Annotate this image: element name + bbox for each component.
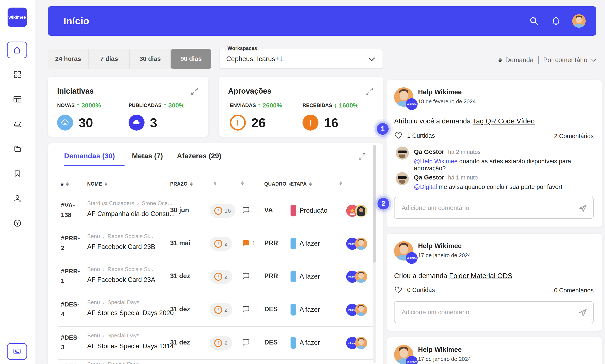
wikimee-badge-icon: wikimee <box>406 98 418 110</box>
stage-label: A fazer <box>300 273 320 280</box>
col-alerts[interactable] <box>214 181 216 185</box>
filter-24-horas[interactable]: 24 horas <box>48 49 89 69</box>
sort-divider <box>538 56 539 64</box>
alert-count-badge: !16 <box>210 204 235 218</box>
comment-bubble-icon[interactable] <box>241 305 250 314</box>
comment-input-wrap <box>394 197 594 219</box>
notifications-button[interactable] <box>550 15 561 26</box>
iniciativas-card: Iniciativas NOVAS↑3000% 30 PUBLICADAS↑30… <box>48 77 208 137</box>
demand-link[interactable]: Tag QR Code Vídeo <box>473 117 535 125</box>
heart-icon[interactable] <box>394 286 403 294</box>
expand-button[interactable] <box>358 152 366 161</box>
sidebar-item-files[interactable] <box>0 143 35 155</box>
sidebar-item-bookmarks[interactable] <box>0 167 35 180</box>
comment-bubble-icon[interactable] <box>241 206 250 215</box>
mention-link[interactable]: @Digital <box>414 183 437 190</box>
comment-time: há 2 minutos <box>448 149 481 155</box>
table-row[interactable]: #PRR-1 BenuRedes Sociais Si... AF Facebo… <box>48 260 383 293</box>
likes-count: 1 Curtidas <box>407 132 435 139</box>
tab-demandas[interactable]: Demandas (30) <box>64 152 115 160</box>
table-row-partial[interactable]: #DES- BenuSpecial Days <box>48 360 383 364</box>
time-range-filter: 24 horas 7 dias 30 dias 90 dias <box>48 49 211 69</box>
expand-button[interactable] <box>365 87 374 97</box>
assignee-avatars[interactable]: wikimee <box>346 238 367 250</box>
assignee-avatars[interactable]: wikimee <box>346 304 367 316</box>
activity-text: Criou a demanda Folder Material ODS <box>394 272 512 280</box>
assignee-avatars[interactable]: ★ <box>346 205 367 217</box>
card-icon <box>12 347 22 356</box>
sidebar-item-users[interactable] <box>0 192 35 205</box>
stage-label: A fazer <box>300 306 320 313</box>
comment-time: há 1 minuto <box>448 174 478 181</box>
comment-bubble-icon[interactable] <box>241 338 250 347</box>
activity-date: 18 de fevereiro de 2024 <box>418 98 476 105</box>
actor-name: Help Wikimee <box>418 88 462 96</box>
demand-name[interactable]: AF Facebook Card 23B <box>87 243 155 251</box>
metric-label: NOVAS <box>57 103 75 108</box>
layers-icon <box>12 119 23 129</box>
assignee-avatars[interactable]: wikimee <box>346 271 367 283</box>
user-avatar[interactable] <box>572 14 586 28</box>
tab-afazeres[interactable]: Afazeres (29) <box>177 152 221 160</box>
demand-link[interactable]: Folder Material ODS <box>449 272 512 280</box>
comments-count[interactable]: 0 Comentários <box>554 287 594 294</box>
comment-bubble-icon[interactable]: 1 <box>241 239 255 248</box>
filter-7-dias[interactable]: 7 dias <box>89 49 130 69</box>
demand-name[interactable]: AF Facebook Card 23A <box>87 276 155 284</box>
table-row[interactable]: #DES-3 BenuSpecial Days AF Stories Speci… <box>48 326 383 359</box>
sort-arrows-icon <box>498 57 502 63</box>
send-icon[interactable] <box>578 204 587 213</box>
table-row[interactable]: #VA-138 Stardust CruzadersStone Oce... A… <box>48 194 383 227</box>
heart-icon[interactable] <box>394 131 403 140</box>
col-etapa[interactable]: ETAPA <box>291 181 312 187</box>
col-quadro[interactable]: QUADRO <box>264 181 291 187</box>
col-prazo[interactable]: PRAZO <box>170 181 193 187</box>
activity-card: wikimee Help Wikimee 18 de fevereiro de … <box>387 80 602 227</box>
col-comments[interactable] <box>241 181 244 185</box>
mention-link[interactable]: @Help Wikimee <box>414 158 457 165</box>
demand-name[interactable]: AF Stories Special Days 2020 <box>87 309 174 317</box>
sidebar-item-home[interactable] <box>7 41 27 58</box>
table-row[interactable]: #PRR-2 BenuRedes Sociais Si... AF Facebo… <box>48 227 383 260</box>
assignee-avatars[interactable]: wikimee <box>346 337 367 349</box>
wikimee-logo[interactable]: wikimee <box>8 8 27 27</box>
sidebar-item-help[interactable]: ? <box>0 217 35 229</box>
feed-sort-control[interactable]: Demanda Por comentário <box>498 56 597 64</box>
sidebar-item-layers[interactable] <box>0 118 35 130</box>
demand-name[interactable]: AF Stories Special Days 1314 <box>87 342 174 350</box>
sort-arrows-icon <box>190 182 193 186</box>
table-scrollbar-track[interactable] <box>373 145 376 363</box>
expand-button[interactable] <box>190 87 199 97</box>
comment-bubble-icon[interactable] <box>241 272 250 281</box>
search-button[interactable] <box>528 15 539 26</box>
cloud-upload-icon <box>57 115 73 130</box>
breadcrumb: BenuSpecial Days <box>87 361 139 364</box>
comment-input[interactable] <box>402 197 574 218</box>
due-date: 30 jun <box>170 206 189 214</box>
filter-90-dias[interactable]: 90 dias <box>171 49 211 69</box>
expand-icon <box>190 87 199 96</box>
comment-input-wrap <box>394 301 594 323</box>
col-assignees[interactable] <box>339 181 342 185</box>
table-scrollbar-thumb[interactable] <box>373 145 376 263</box>
annotation-badge-2[interactable]: 2 <box>377 198 389 209</box>
annotation-badge-1[interactable]: 1 <box>377 123 389 135</box>
activity-card: wikimee Help Wikimee 17 de janeiro de 20… <box>387 337 602 364</box>
sidebar-item-card[interactable] <box>7 343 27 360</box>
demand-name[interactable]: AF Campanha dia do Consu... <box>87 210 175 218</box>
workspaces-select[interactable]: Workspaces Cepheus, Icarus+1 <box>219 49 383 69</box>
comments-count[interactable]: 2 Comentários <box>554 133 594 140</box>
likes-row: 1 Curtidas <box>394 131 435 140</box>
sidebar-item-board[interactable] <box>0 93 35 105</box>
sidebar-item-apps[interactable] <box>0 68 35 81</box>
comment-input[interactable] <box>402 302 574 323</box>
stage-chip <box>291 271 296 282</box>
tab-metas[interactable]: Metas (7) <box>132 152 163 160</box>
col-nome[interactable]: NOME <box>87 181 107 187</box>
filter-30-dias[interactable]: 30 dias <box>130 49 171 69</box>
send-icon[interactable] <box>578 308 587 317</box>
col-id[interactable]: # <box>61 181 69 187</box>
dashboard-page: wikimee ? Início <box>0 0 605 364</box>
table-row[interactable]: #DES-4 BenuSpecial Days AF Stories Speci… <box>48 293 383 326</box>
sort-arrows-icon <box>105 182 107 186</box>
